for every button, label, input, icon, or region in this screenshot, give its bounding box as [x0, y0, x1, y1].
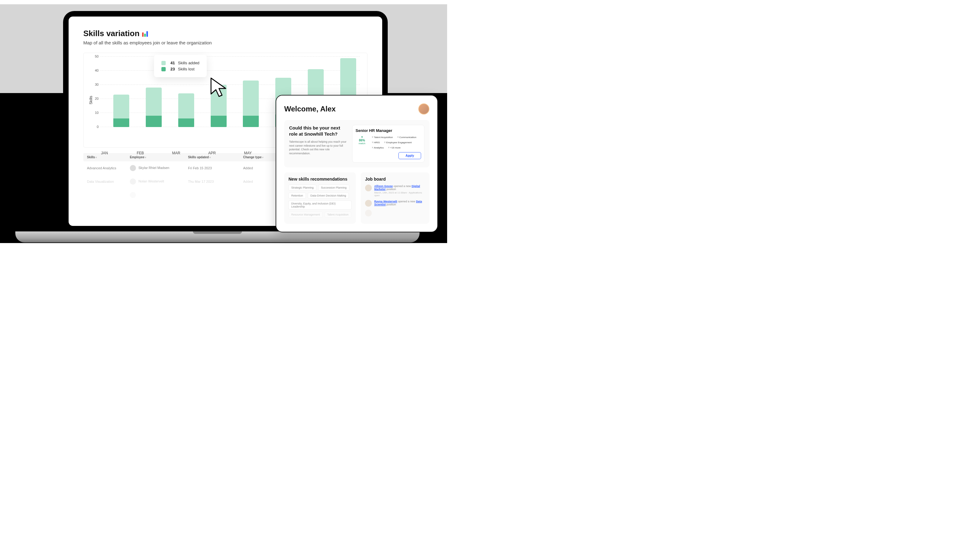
sort-icon: ▿ — [145, 156, 146, 159]
skills-panel-title: New skills recommendations — [288, 176, 352, 181]
x-label: MAY — [240, 151, 257, 155]
cell-date: Fri Feb 15 2023 — [188, 166, 243, 170]
role-recommendation: Could this be your next role at Snowhill… — [284, 120, 430, 167]
skill-pill[interactable]: Strategic Planning — [288, 184, 317, 191]
tag-dots-icon: ⠿ — [372, 147, 373, 149]
tag-dots-icon: ⠿ — [372, 141, 373, 144]
job-meta: March, 14th, 2023 at 11:00am · Applicati… — [374, 191, 425, 197]
rec-heading: Could this be your next role at Snowhill… — [289, 125, 347, 137]
chart-tooltip: 41 Skills added 23 Skills lost — [154, 55, 207, 77]
match-percent: 86% — [356, 139, 368, 142]
job-verb: opened a new — [398, 200, 415, 203]
sparkle-icon: ✦ — [356, 135, 368, 139]
tooltip-added-value: 41 — [169, 60, 175, 65]
role-title: Senior HR Manager — [356, 128, 421, 133]
role-tag: ⠿HRIS — [370, 140, 381, 144]
job-avatar-icon — [365, 184, 372, 191]
sort-icon: ▿ — [262, 156, 263, 159]
role-tag: ⠿Talent Acquisition — [370, 135, 395, 139]
skills-pills: Strategic PlanningSuccession PlanningRet… — [288, 184, 352, 218]
job-poster-name[interactable]: Allison Gouse — [374, 184, 393, 187]
user-avatar[interactable] — [418, 103, 430, 114]
role-tag: ⠿+16 more — [387, 146, 402, 150]
col-skills[interactable]: Skills▿ — [87, 156, 130, 159]
bar-feb[interactable] — [145, 87, 162, 127]
cell-employee — [130, 192, 188, 198]
job-item[interactable] — [365, 210, 425, 216]
bar-may[interactable] — [242, 81, 259, 127]
col-employee[interactable]: Employee▿ — [130, 156, 188, 159]
job-avatar-icon — [365, 210, 372, 216]
role-skill-tags: ⠿Talent Acquisition⠿Communication⠿HRIS⠿E… — [370, 135, 421, 150]
x-label: JAN — [96, 151, 113, 155]
avatar-icon — [130, 192, 136, 198]
apply-button[interactable]: Apply — [398, 152, 421, 159]
job-item[interactable]: Rayna Westervelt opened a new Data Scien… — [365, 200, 425, 206]
avatar-icon — [130, 165, 136, 171]
page-subtitle: Map of all the skills as employees join … — [83, 40, 368, 45]
job-suffix: position — [387, 203, 396, 206]
cell-employee: Nolan Westervelt — [130, 178, 188, 184]
x-label: MAR — [167, 151, 185, 155]
swatch-added-icon — [161, 61, 166, 65]
laptop-base — [15, 232, 420, 243]
swatch-lost-icon — [161, 67, 166, 71]
skill-pill[interactable]: Resource Management — [288, 211, 323, 218]
cell-type: Added — [243, 166, 280, 170]
skills-recommendations-panel: New skills recommendations Strategic Pla… — [284, 172, 356, 224]
cell-skill: Data Visualization — [87, 180, 130, 183]
skill-pill[interactable]: Retention — [288, 192, 306, 198]
cell-employee: Skylar Rhiel Madsen — [130, 165, 188, 171]
sort-icon: ▿ — [95, 156, 97, 159]
x-label: APR — [204, 151, 221, 155]
match-badge: ✦ 86% match — [356, 135, 368, 145]
skill-pill[interactable]: Data-Driven Decision Making — [308, 192, 349, 198]
page-title: Skills variation — [83, 29, 140, 38]
cursor-icon — [209, 77, 232, 101]
tag-dots-icon: ⠿ — [384, 141, 385, 144]
bar-mar[interactable] — [178, 94, 195, 127]
cell-skill: Advanced Analytics — [87, 166, 130, 170]
job-item[interactable]: Allison Gouse opened a new Digital Marke… — [365, 184, 425, 197]
role-tag: ⠿Analytics — [370, 146, 385, 150]
bar-chart-icon — [142, 30, 148, 37]
job-poster-name[interactable]: Rayna Westervelt — [374, 200, 397, 203]
bar-jan[interactable] — [113, 95, 130, 127]
col-change[interactable]: Change type▿ — [243, 156, 280, 159]
tooltip-added-label: Skills added — [178, 60, 199, 65]
role-tag: ⠿Communication — [396, 135, 418, 139]
cell-type: Added — [243, 180, 280, 183]
job-suffix: position — [387, 187, 396, 191]
skill-pill[interactable]: Diversity, Equity, and Inclusion (DEI) L… — [288, 200, 352, 210]
cell-date: Thu Mar 17 2023 — [188, 180, 243, 183]
welcome-heading: Welcome, Alex — [284, 105, 336, 113]
job-board-title: Job board — [365, 176, 425, 181]
role-tag: ⠿Employee Engagement — [382, 140, 413, 144]
job-avatar-icon — [365, 200, 372, 206]
job-verb: opened a new — [393, 184, 411, 187]
avatar-icon — [130, 178, 136, 184]
match-word: match — [356, 142, 368, 145]
tag-dots-icon: ⠿ — [397, 136, 398, 139]
col-updated[interactable]: Skills updated▿ — [188, 156, 243, 159]
skill-pill[interactable]: Succession Planning — [318, 184, 350, 191]
page-title-row: Skills variation — [83, 29, 368, 38]
tag-dots-icon: ⠿ — [388, 147, 389, 149]
rec-description: Talentscope is all about helping you rea… — [289, 140, 347, 155]
tooltip-lost-label: Skills lost — [178, 67, 194, 71]
sort-icon: ▿ — [210, 156, 211, 159]
tooltip-lost-value: 23 — [169, 67, 175, 71]
x-label: FEB — [132, 151, 149, 155]
tag-dots-icon: ⠿ — [372, 136, 373, 139]
job-board-panel: Job board Allison Gouse opened a new Dig… — [361, 172, 430, 224]
welcome-card: Welcome, Alex Could this be your next ro… — [275, 95, 438, 232]
skill-pill[interactable]: Talent Acquisition — [325, 211, 352, 218]
